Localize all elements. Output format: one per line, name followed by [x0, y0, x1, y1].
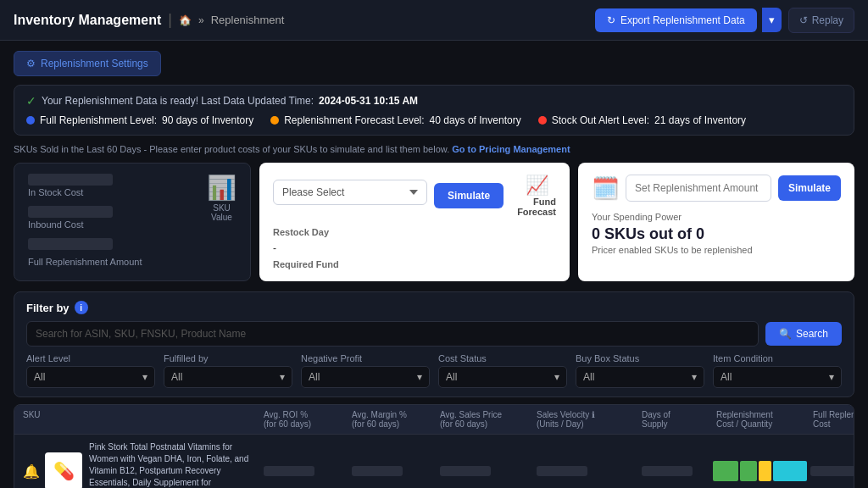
breadcrumb-arrow: » [198, 14, 204, 26]
negative-profit-filter: Negative Profit All▾ [301, 353, 430, 388]
pricing-management-link[interactable]: Go to Pricing Management [452, 144, 570, 154]
filter-header: Filter by i [26, 301, 842, 314]
item-condition-select[interactable]: All▾ [713, 366, 842, 388]
fulfilled-by-label: Fulfilled by [164, 353, 292, 363]
data-ready-message: ✓ Your Replenishment Data is ready! Last… [26, 94, 842, 108]
header-divider: | [168, 11, 172, 29]
cards-row: In Stock Cost Inbound Cost Full Replenis… [14, 163, 854, 281]
stock-out-level: Stock Out Alert Level: 21 days of Invent… [538, 114, 746, 126]
table-section: SKU Avg. ROI %(for 60 days) Avg. Margin … [14, 404, 854, 488]
col-sku: SKU [23, 410, 260, 429]
alert-level-label: Alert Level [26, 353, 155, 363]
item-condition-filter: Item Condition All▾ [713, 353, 842, 388]
product-name: Pink Stork Total Postnatal Vitamins for … [89, 441, 260, 488]
full-replenishment-level: Full Replenishment Level: 90 days of Inv… [26, 114, 253, 126]
breadcrumb-page: Replenishment [211, 14, 285, 26]
full-rep-label: Full Replenishment Amount [28, 257, 236, 267]
replenishment-card: 🗓️ Simulate Your Spending Power 0 SKUs o… [578, 163, 854, 281]
col-days-supply: Days ofSupply [642, 410, 709, 429]
filter-info-icon: i [75, 301, 88, 314]
refresh-icon: ↻ [607, 14, 615, 26]
alert-level-select[interactable]: All▾ [26, 366, 155, 388]
stock-out-value: 21 days of Inventory [654, 114, 746, 126]
stock-out-label: Stock Out Alert Level: [552, 114, 649, 126]
search-input[interactable] [26, 321, 759, 347]
fulfilled-by-select[interactable]: All▾ [164, 366, 292, 388]
forecast-select[interactable]: Please Select [273, 180, 427, 205]
col-sales-velocity: Sales Velocity ℹ(Units / Day) [537, 410, 638, 429]
sales-price-value [440, 466, 533, 476]
full-level-value: 90 days of Inventory [162, 114, 253, 126]
stats-card: In Stock Cost Inbound Cost Full Replenis… [14, 163, 251, 281]
search-button[interactable]: 🔍 Search [765, 322, 842, 346]
forecast-simulate-button[interactable]: Simulate [434, 183, 504, 208]
forecast-top: Please Select Simulate 📈 FundForecast [273, 175, 556, 217]
replenishment-amount-input[interactable] [626, 175, 771, 202]
fund-forecast-label: FundForecast [517, 197, 556, 217]
export-label: Export Replenishment Data [620, 14, 745, 26]
fulfilled-by-filter: Fulfilled by All▾ [164, 353, 292, 388]
home-icon[interactable]: 🏠 [179, 14, 192, 26]
required-fund-label: Required Fund [273, 259, 412, 269]
sku-notice-text: SKUs Sold in the Last 60 Days - Please e… [14, 144, 449, 154]
in-stock-cost-row: In Stock Cost [28, 174, 236, 197]
rep-cost-value [810, 466, 854, 476]
in-stock-cost-label: In Stock Cost [28, 187, 236, 197]
fund-forecast-badge: 📈 FundForecast [517, 175, 556, 217]
export-button[interactable]: ↻ Export Replenishment Data [595, 8, 757, 32]
forecast-card: Please Select Simulate 📈 FundForecast Re… [259, 163, 570, 281]
search-icon: 🔍 [779, 328, 792, 340]
restock-day-value: - [273, 242, 412, 254]
col-margin: Avg. Margin %(for 60 days) [352, 410, 437, 429]
search-label: Search [796, 328, 828, 340]
full-rep-row: Full Replenishment Amount [28, 238, 236, 267]
col-roi: Avg. ROI %(for 60 days) [264, 410, 348, 429]
filter-title: Filter by [26, 302, 70, 314]
check-icon: ✓ [26, 94, 36, 108]
table-row: 🔔 💊 Pink Stork Total Postnatal Vitamins … [14, 435, 854, 488]
forecast-select-wrap: Please Select [273, 180, 427, 212]
bar-seg-4 [773, 461, 807, 481]
filter-section: Filter by i 🔍 Search Alert Level All▾ Fu… [14, 291, 854, 397]
filter-dropdowns: Alert Level All▾ Fulfilled by All▾ Negat… [26, 353, 842, 388]
sku-value-label: SKUValue [211, 203, 232, 222]
replenishment-settings-button[interactable]: ⚙ Replenishment Settings [14, 51, 161, 76]
buy-box-label: Buy Box Status [576, 353, 704, 363]
bell-icon: 🔔 [23, 463, 40, 480]
bar-seg-2 [740, 461, 757, 481]
col-full-rep-cost: Full ReplenishmentCost [813, 410, 854, 429]
sku-icon: 📊 [207, 174, 236, 202]
bar-chart-cell [713, 461, 807, 481]
rep-simulate-button[interactable]: Simulate [778, 175, 841, 201]
export-dropdown-button[interactable]: ▾ [762, 8, 782, 32]
full-level-label: Full Replenishment Level: [40, 114, 157, 126]
sku-count: 0 SKUs out of 0 [592, 225, 841, 243]
buy-box-select[interactable]: All▾ [576, 366, 704, 388]
full-rep-blurred [28, 238, 113, 250]
cost-status-select[interactable]: All▾ [438, 366, 567, 388]
settings-icon: ⚙ [26, 58, 36, 69]
header-right: ↻ Export Replenishment Data ▾ ↺ Replay [595, 8, 854, 33]
inventory-levels: Full Replenishment Level: 90 days of Inv… [26, 114, 842, 126]
inbound-cost-blurred [28, 206, 113, 218]
search-row: 🔍 Search [26, 321, 842, 347]
inbound-cost-label: Inbound Cost [28, 219, 236, 230]
negative-profit-label: Negative Profit [301, 353, 430, 363]
negative-profit-select[interactable]: All▾ [301, 366, 430, 388]
ready-text: Your Replenishment Data is ready! Last D… [42, 95, 314, 107]
bar-seg-3 [759, 461, 771, 481]
settings-bar: ⚙ Replenishment Settings [14, 51, 854, 76]
header: Inventory Management | 🏠 » Replenishment… [0, 0, 868, 41]
header-left: Inventory Management | 🏠 » Replenishment [14, 11, 284, 29]
sku-value-badge: 📊 SKUValue [207, 174, 236, 222]
item-condition-label: Item Condition [713, 353, 842, 363]
sku-notice: SKUs Sold in the Last 60 Days - Please e… [14, 144, 854, 154]
col-sales-price: Avg. Sales Price(for 60 days) [440, 410, 533, 429]
main-content: ⚙ Replenishment Settings ✓ Your Replenis… [0, 41, 868, 488]
rep-card-top: 🗓️ Simulate [592, 175, 841, 202]
buy-box-filter: Buy Box Status All▾ [576, 353, 704, 388]
info-bar: ✓ Your Replenishment Data is ready! Last… [14, 85, 854, 136]
app-title: Inventory Management [14, 13, 161, 28]
blue-dot [26, 116, 35, 125]
replay-button[interactable]: ↺ Replay [788, 8, 854, 33]
